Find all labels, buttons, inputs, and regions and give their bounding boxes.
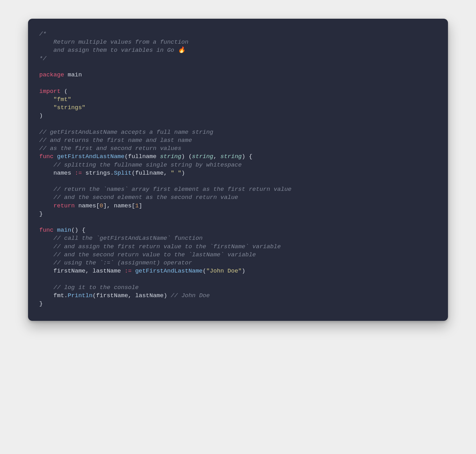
operator-decl: := xyxy=(125,268,132,274)
keyword-func: func xyxy=(39,227,54,234)
comment-line: // return the `names` array first elemen… xyxy=(54,186,292,193)
comment-line: // and the second return value to the `l… xyxy=(54,251,256,258)
func-name-getFirstAndLastName: getFirstAndLastName xyxy=(57,153,125,160)
ident-strings: strings xyxy=(85,170,110,176)
string-space: " " xyxy=(171,170,181,176)
paren-open: ( xyxy=(188,153,192,160)
number-1: 1 xyxy=(135,202,139,209)
bracket-close: ] xyxy=(139,202,142,209)
paren-open: ( xyxy=(125,153,128,160)
func-Println: Println xyxy=(68,292,93,299)
comma: , xyxy=(128,292,131,299)
page: /* Return multiple values from a functio… xyxy=(0,0,476,454)
code-card: /* Return multiple values from a functio… xyxy=(28,19,448,321)
paren-close: ) xyxy=(242,268,245,274)
ident-firstName: firstName xyxy=(96,292,128,299)
func-name-main: main xyxy=(57,227,71,234)
package-name: main xyxy=(68,71,82,78)
comment-line: // and assign the first return value to … xyxy=(54,243,281,250)
ident-names: names xyxy=(54,170,71,176)
keyword-return: return xyxy=(54,202,75,209)
paren-close: ) xyxy=(164,292,167,299)
func-Split: Split xyxy=(114,170,131,176)
comment-line: // as the first and second return values xyxy=(39,145,181,152)
comment-block-line: Return multiple values from a function xyxy=(39,39,188,46)
comma: , xyxy=(213,153,217,160)
paren-open: ( xyxy=(71,227,75,234)
paren-open: ( xyxy=(203,268,206,274)
param-fullname: fullname xyxy=(128,153,156,160)
number-0: 0 xyxy=(100,202,103,209)
type-string: string xyxy=(192,153,213,160)
paren-open: ( xyxy=(64,88,68,95)
comma: , xyxy=(164,170,167,176)
brace-open: { xyxy=(82,227,85,234)
import-fmt: "fmt" xyxy=(54,96,71,103)
keyword-import: import xyxy=(39,88,60,95)
type-string: string xyxy=(221,153,242,160)
dot: . xyxy=(64,292,68,299)
comment-line: // getFirstAndLastName accepts a full na… xyxy=(39,129,213,136)
paren-close: ) xyxy=(242,153,245,160)
bracket-open: [ xyxy=(96,202,99,209)
string-johndoe: "John Doe" xyxy=(206,268,242,274)
brace-open: { xyxy=(249,153,252,160)
import-strings: "strings" xyxy=(54,104,86,111)
operator-decl: := xyxy=(75,170,82,176)
brace-close: } xyxy=(39,300,43,307)
keyword-package: package xyxy=(39,71,64,78)
keyword-func: func xyxy=(39,153,54,160)
paren-open: ( xyxy=(132,170,135,176)
ident-fmt: fmt xyxy=(54,292,64,299)
comment-line: // using the `:=` (assignment) operator xyxy=(54,259,192,266)
ident-fullname: fullname xyxy=(135,170,164,176)
comment-block-close: */ xyxy=(39,55,46,62)
ident-names: names xyxy=(114,202,131,209)
comment-line: // and the second element as the second … xyxy=(54,194,238,201)
comment-block-open: /* xyxy=(39,31,46,37)
comment-line: // and returns the first name and last n… xyxy=(39,137,192,144)
paren-close: ) xyxy=(39,112,43,119)
ident-names: names xyxy=(78,202,96,209)
brace-close: } xyxy=(39,210,43,217)
comment-line: // call the `getFirstAndLastName` functi… xyxy=(54,235,203,242)
bracket-close: ] xyxy=(103,202,107,209)
comma: , xyxy=(107,202,110,209)
paren-close: ) xyxy=(181,170,185,176)
comma: , xyxy=(85,268,89,274)
ident-lastName: lastName xyxy=(135,292,164,299)
func-call-getFirstAndLastName: getFirstAndLastName xyxy=(135,268,203,274)
paren-close: ) xyxy=(181,153,185,160)
paren-close: ) xyxy=(75,227,78,234)
ident-lastName: lastName xyxy=(93,268,121,274)
comment-inline: // John Doe xyxy=(171,292,210,299)
ident-firstName: firstName xyxy=(54,268,86,274)
bracket-open: [ xyxy=(132,202,135,209)
type-string: string xyxy=(160,153,181,160)
paren-open: ( xyxy=(93,292,96,299)
comment-line: // splitting the fullname single string … xyxy=(54,162,242,168)
dot: . xyxy=(110,170,114,176)
code-block: /* Return multiple values from a functio… xyxy=(39,30,437,308)
comment-line: // log it to the console xyxy=(54,284,139,291)
comment-block-line: and assign them to variables in Go 🔥 xyxy=(39,47,185,54)
